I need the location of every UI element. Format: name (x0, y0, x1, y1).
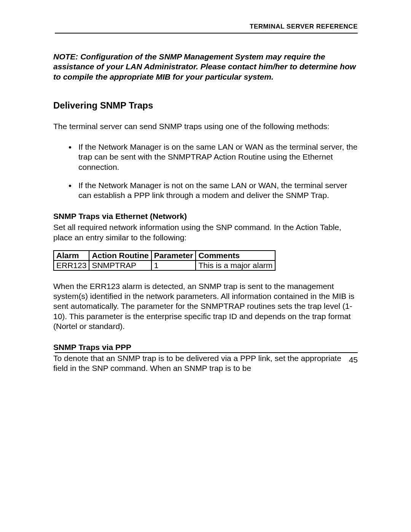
document-page: TERMINAL SERVER REFERENCE NOTE: Configur… (0, 0, 411, 532)
table-cell: 1 (151, 260, 196, 270)
list-item: If the Network Manager is not on the sam… (76, 181, 358, 201)
footer-rule (55, 352, 358, 353)
action-table: Alarm Action Routine Parameter Comments … (53, 250, 276, 271)
table-cell: SNMPTRAP (89, 260, 151, 270)
table-header-cell: Action Routine (89, 251, 151, 260)
subsection-heading-ppp: SNMP Traps via PPP (53, 343, 358, 352)
note-paragraph: NOTE: Configuration of the SNMP Manageme… (53, 52, 358, 82)
header-title: TERMINAL SERVER REFERENCE (250, 23, 358, 30)
list-item: If the Network Manager is on the same LA… (76, 142, 358, 172)
table-cell: ERR123 (54, 260, 89, 270)
table-header-cell: Comments (196, 251, 275, 260)
table-header-cell: Parameter (151, 251, 196, 260)
ppp-text: To denote that an SNMP trap is to be del… (53, 353, 358, 374)
table-header-cell: Alarm (54, 251, 89, 260)
table-header-row: Alarm Action Routine Parameter Comments (54, 251, 275, 260)
after-table-paragraph: When the ERR123 alarm is detected, an SN… (53, 281, 358, 331)
bullet-list: If the Network Manager is on the same LA… (53, 142, 358, 200)
page-header: TERMINAL SERVER REFERENCE (55, 23, 358, 34)
subsection-heading-ethernet: SNMP Traps via Ethernet (Network) (53, 212, 358, 221)
table-cell: This is a major alarm (196, 260, 275, 270)
page-number: 45 (349, 355, 358, 364)
table-row: ERR123 SNMPTRAP 1 This is a major alarm (54, 260, 275, 270)
ethernet-text: Set all required network information usi… (53, 222, 358, 243)
section-heading: Delivering SNMP Traps (53, 100, 358, 111)
section-intro: The terminal server can send SNMP traps … (53, 121, 358, 131)
